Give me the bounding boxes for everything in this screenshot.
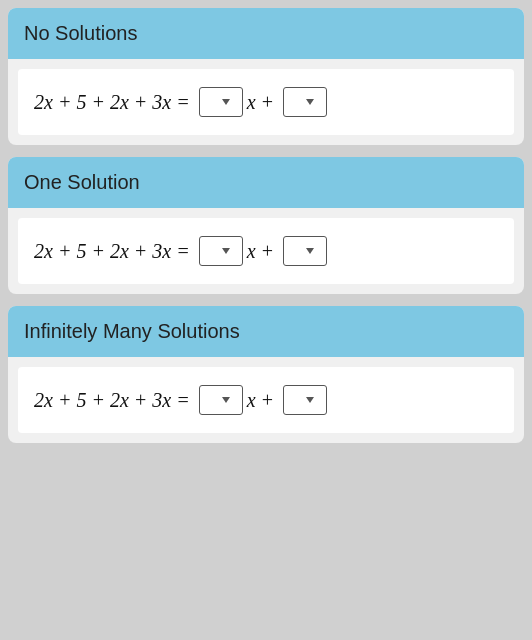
one-solution-select2[interactable] (283, 236, 327, 266)
no-solutions-card: No Solutions 2x + 5 + 2x + 3x = x + (8, 8, 524, 145)
chevron-down-icon-6 (306, 397, 314, 403)
infinitely-many-equation: 2x + 5 + 2x + 3x = x + (34, 385, 327, 415)
chevron-down-icon-3 (222, 248, 230, 254)
x-plus-label-3: x + (247, 389, 279, 412)
no-solutions-select2[interactable] (283, 87, 327, 117)
one-solution-select1[interactable] (199, 236, 243, 266)
x-plus-label-2: x + (247, 240, 279, 263)
chevron-down-icon-1 (222, 99, 230, 105)
infinitely-many-card: Infinitely Many Solutions 2x + 5 + 2x + … (8, 306, 524, 443)
x-plus-label-1: x + (247, 91, 279, 114)
infinitely-many-body: 2x + 5 + 2x + 3x = x + (18, 367, 514, 433)
no-solutions-body: 2x + 5 + 2x + 3x = x + (18, 69, 514, 135)
equation-lhs-1: 2x + 5 + 2x + 3x = (34, 91, 195, 114)
one-solution-equation: 2x + 5 + 2x + 3x = x + (34, 236, 327, 266)
chevron-down-icon-4 (306, 248, 314, 254)
infinitely-many-select1[interactable] (199, 385, 243, 415)
no-solutions-equation: 2x + 5 + 2x + 3x = x + (34, 87, 327, 117)
equation-lhs-2: 2x + 5 + 2x + 3x = (34, 240, 195, 263)
infinitely-many-title: Infinitely Many Solutions (24, 320, 240, 342)
no-solutions-title: No Solutions (24, 22, 137, 44)
chevron-down-icon-5 (222, 397, 230, 403)
one-solution-title: One Solution (24, 171, 140, 193)
infinitely-many-header: Infinitely Many Solutions (8, 306, 524, 357)
no-solutions-select1[interactable] (199, 87, 243, 117)
infinitely-many-select2[interactable] (283, 385, 327, 415)
one-solution-body: 2x + 5 + 2x + 3x = x + (18, 218, 514, 284)
no-solutions-header: No Solutions (8, 8, 524, 59)
one-solution-header: One Solution (8, 157, 524, 208)
one-solution-card: One Solution 2x + 5 + 2x + 3x = x + (8, 157, 524, 294)
chevron-down-icon-2 (306, 99, 314, 105)
equation-lhs-3: 2x + 5 + 2x + 3x = (34, 389, 195, 412)
